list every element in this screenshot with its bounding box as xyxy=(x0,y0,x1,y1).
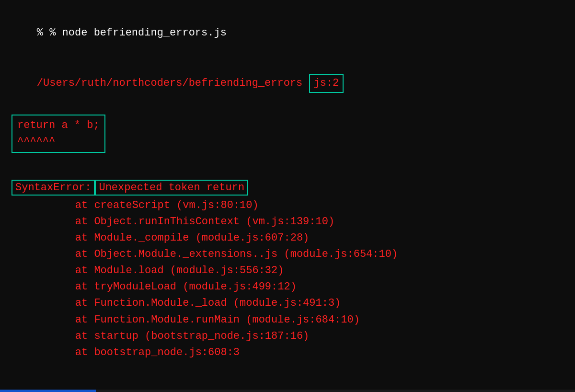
stack-line-6: at Function.Module._load (module.js:491:… xyxy=(12,295,564,311)
stack-line-4: at Module.load (module.js:556:32) xyxy=(12,263,564,279)
command-text: % node befriending_errors.js xyxy=(49,27,227,39)
error-message: Unexpected token return xyxy=(95,180,248,196)
scrollbar-thumb[interactable] xyxy=(0,390,96,392)
terminal-window: % % node befriending_errors.js /Users/ru… xyxy=(0,0,575,392)
empty-line xyxy=(12,159,564,175)
command-line: % % node befriending_errors.js xyxy=(12,9,564,58)
error-line: SyntaxError: Unexpected token return xyxy=(12,180,564,196)
code-line-2: ^^^^^^ xyxy=(17,134,100,150)
code-block: return a * b; ^^^^^^ xyxy=(12,115,105,153)
file-path-line: /Users/ruth/northcoders/befriending_erro… xyxy=(12,58,564,109)
file-path-text: /Users/ruth/northcoders/befriending_erro… xyxy=(37,77,303,89)
code-block-container: return a * b; ^^^^^^ xyxy=(12,113,105,155)
stack-line-8: at startup (bootstrap_node.js:187:16) xyxy=(12,328,564,345)
stack-line-7: at Function.Module.runMain (module.js:68… xyxy=(12,312,564,328)
stack-line-3: at Object.Module._extensions..js (module… xyxy=(12,246,564,263)
code-line-1: return a * b; xyxy=(17,117,100,134)
stack-line-2: at Module._compile (module.js:607:28) xyxy=(12,230,564,246)
prompt-symbol: % xyxy=(37,27,49,39)
stack-line-9: at bootstrap_node.js:608:3 xyxy=(12,345,564,361)
stack-trace: at createScript (vm.js:80:10) at Object.… xyxy=(12,197,564,361)
file-location-badge: js:2 xyxy=(309,74,344,93)
stack-line-1: at Object.runInThisContext (vm.js:139:10… xyxy=(12,214,564,230)
scrollbar-track[interactable] xyxy=(0,390,575,392)
stack-line-5: at tryModuleLoad (module.js:499:12) xyxy=(12,279,564,295)
syntax-error-label: SyntaxError: xyxy=(12,180,95,196)
stack-line-0: at createScript (vm.js:80:10) xyxy=(12,197,564,214)
